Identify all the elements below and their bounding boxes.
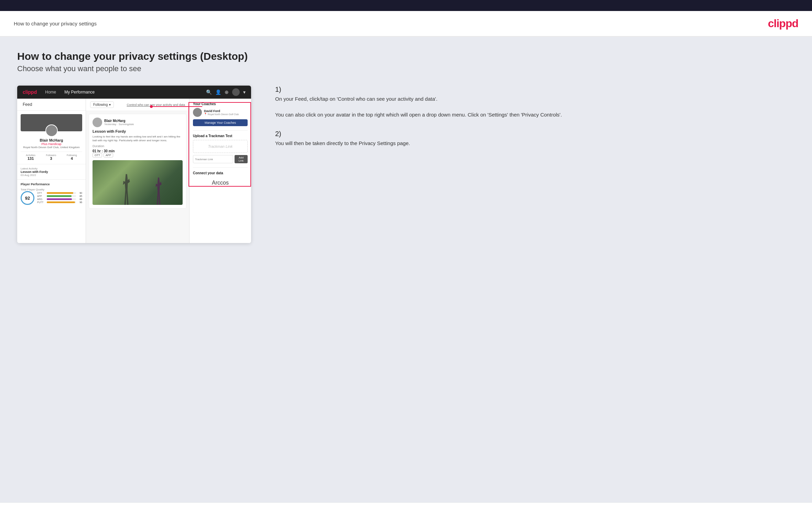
instruction-1-number: 1) xyxy=(275,86,795,93)
activity-photo xyxy=(93,160,183,205)
arccos-logo: Arccos xyxy=(193,177,248,189)
annotation-line xyxy=(151,106,202,107)
instruction-2: 2) You will then be taken directly to th… xyxy=(275,130,795,147)
connect-title: Connect your data xyxy=(193,171,248,175)
stat-following: Following 4 xyxy=(67,154,77,161)
add-link-button[interactable]: Add Link xyxy=(235,155,248,163)
app-right-sidebar: Your Coaches David Ford 📍 Royal North De… xyxy=(189,99,251,243)
instruction-2-text: You will then be taken directly to the P… xyxy=(275,139,795,147)
stat-followers: Followers 3 xyxy=(46,154,56,161)
header: How to change your privacy settings clip… xyxy=(0,11,812,37)
activity-desc: Looking to feel like my hands are exitin… xyxy=(93,135,183,142)
profile-stats: Activities 131 Followers 3 Following 4 xyxy=(21,152,82,161)
golfer-silhouette-1 xyxy=(120,174,133,205)
player-performance: Player Performance Total Player Quality … xyxy=(17,179,86,208)
app-screenshot: clippd Home My Performance 🔍 👤 ⊕ ▾ Feed xyxy=(17,86,251,243)
activity-user: Blair McHarg Yesterday · Sunningdale xyxy=(93,118,183,127)
instruction-2-number: 2) xyxy=(275,130,795,138)
top-bar xyxy=(0,0,812,11)
user-avatar[interactable] xyxy=(232,88,240,96)
plus-icon[interactable]: ⊕ xyxy=(225,89,229,95)
page-subheading: Choose what you want people to see xyxy=(17,64,795,73)
profile-avatar xyxy=(45,124,58,137)
trackman-section: Upload a Trackman Test Trackman Link Add… xyxy=(193,130,248,163)
coaches-title: Your Coaches xyxy=(193,102,248,106)
profile-banner xyxy=(21,114,82,131)
trackman-link-input[interactable] xyxy=(193,155,233,163)
clippd-logo: clippd xyxy=(768,17,798,30)
latest-activity: Latest Activity Lesson with Fordy 03 Aug… xyxy=(17,164,86,179)
activity-card: Blair McHarg Yesterday · Sunningdale Les… xyxy=(89,114,186,209)
coach-name: David Ford xyxy=(204,109,239,113)
app-logo: clippd xyxy=(23,89,37,95)
following-button[interactable]: Following ▾ xyxy=(90,101,114,108)
page-heading: How to change your privacy settings (Des… xyxy=(17,51,795,62)
chevron-down-icon[interactable]: ▾ xyxy=(243,89,246,95)
content-layout: clippd Home My Performance 🔍 👤 ⊕ ▾ Feed xyxy=(17,86,795,243)
instruction-1-text2: You can also click on your avatar in the… xyxy=(275,111,795,119)
coaches-section: Your Coaches David Ford 📍 Royal North De… xyxy=(193,102,248,126)
breadcrumb: How to change your privacy settings xyxy=(14,21,97,26)
app-sidebar: Feed Blair McHarg Plus Handicap Royal No… xyxy=(17,99,86,243)
quality-bars: OTT 90 APP 85 ARG xyxy=(37,192,82,204)
activity-title: Lesson with Fordy xyxy=(93,129,183,133)
profile-club: Royal North Devon Golf Club, United King… xyxy=(21,146,82,149)
location-icon: 📍 xyxy=(204,113,207,115)
annotation-dot xyxy=(150,105,153,108)
stat-activities: Activities 131 xyxy=(26,154,35,161)
profile-name: Blair McHarg xyxy=(21,138,82,142)
feed-tab[interactable]: Feed xyxy=(17,99,86,111)
coach-item: David Ford 📍 Royal North Devon Golf Club xyxy=(193,108,248,117)
feed-header: Following ▾ Control who can see your act… xyxy=(86,99,189,111)
profile-card: Blair McHarg Plus Handicap Royal North D… xyxy=(17,111,86,164)
app-nav: clippd Home My Performance 🔍 👤 ⊕ ▾ xyxy=(17,86,251,99)
user-icon[interactable]: 👤 xyxy=(215,89,221,95)
instructions-panel: 1) On your Feed, click/tap on 'Control w… xyxy=(268,86,795,158)
app-feed: Following ▾ Control who can see your act… xyxy=(86,99,189,243)
search-icon[interactable]: 🔍 xyxy=(206,89,212,95)
coach-avatar xyxy=(193,108,202,117)
trackman-title: Upload a Trackman Test xyxy=(193,134,248,138)
activity-duration-val: 01 hr : 30 min xyxy=(93,149,183,153)
activity-user-name: Blair McHarg xyxy=(104,119,134,123)
activity-tags: OTT APP xyxy=(93,153,183,157)
control-privacy-link[interactable]: Control who can see your activity and da… xyxy=(127,103,185,107)
nav-my-performance[interactable]: My Performance xyxy=(64,90,95,95)
activity-user-avatar xyxy=(93,118,102,127)
main-content: How to change your privacy settings (Des… xyxy=(0,37,812,503)
connect-section: Connect your data Arccos xyxy=(193,167,248,189)
instruction-1: 1) On your Feed, click/tap on 'Control w… xyxy=(275,86,795,119)
tag-ott: OTT xyxy=(93,153,102,157)
profile-handicap: Plus Handicap xyxy=(21,142,82,146)
footer: Copyright Clippd 2022 xyxy=(0,503,812,507)
coach-club: 📍 Royal North Devon Golf Club xyxy=(204,113,239,115)
quality-score: 92 xyxy=(21,191,34,205)
manage-coaches-button[interactable]: Manage Your Coaches xyxy=(193,119,248,126)
tag-app: APP xyxy=(104,153,113,157)
instruction-1-text: On your Feed, click/tap on 'Control who … xyxy=(275,95,795,103)
trackman-placeholder-box: Trackman Link xyxy=(193,140,248,153)
activity-duration-label: Duration xyxy=(93,144,183,148)
app-body: Feed Blair McHarg Plus Handicap Royal No… xyxy=(17,99,251,243)
activity-user-loc: Yesterday · Sunningdale xyxy=(104,123,134,126)
nav-icons: 🔍 👤 ⊕ ▾ xyxy=(206,88,246,96)
chevron-down-icon: ▾ xyxy=(109,103,111,107)
golfer-silhouette-2 xyxy=(153,177,165,205)
nav-home[interactable]: Home xyxy=(45,90,56,95)
